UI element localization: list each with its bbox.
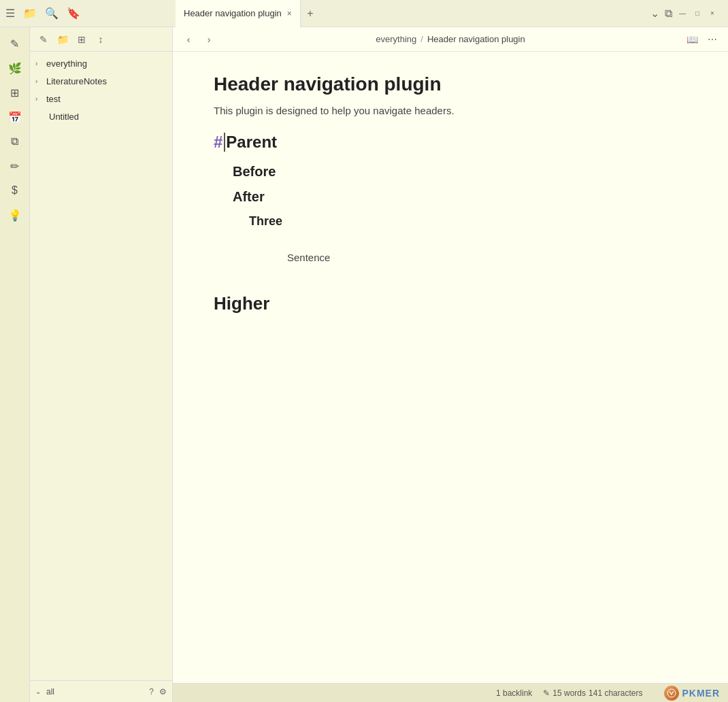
backlinks-count: 1 backlink [496,688,532,698]
activity-dollar-icon[interactable]: $ [4,180,26,201]
editor[interactable]: Header navigation plugin This plugin is … [173,52,728,683]
tab-label: Header navigation plugin [184,8,282,18]
tab-area: Header navigation plugin × + [176,0,650,27]
reading-view-icon[interactable]: 📖 [684,32,699,47]
activity-graph-icon[interactable]: 🌿 [4,57,26,79]
pkmer-branding: PKMER [664,686,720,701]
sort-tool-icon[interactable]: ⊞ [73,31,90,48]
search-icon[interactable]: 🔍 [45,7,59,20]
sidebar-item-label: Untitled [49,112,167,122]
content-nav: ‹ › everything / Header navigation plugi… [173,27,728,52]
minimize-button[interactable]: — [678,9,687,18]
content-area: ‹ › everything / Header navigation plugi… [173,27,728,702]
more-options-icon[interactable]: ⋯ [705,32,720,47]
word-count-status: ✎ 15 words 141 characters [543,688,642,698]
heading-before: Before [233,164,687,180]
sidebar-tree: › everything › LiteratureNotes › test Un… [30,52,172,680]
sidebar-toggle-icon[interactable]: ☰ [5,7,15,20]
breadcrumb-parent[interactable]: everything [376,34,416,44]
sidebar-item-untitled[interactable]: Untitled [30,107,172,125]
pkmer-text: PKMER [682,688,720,699]
sidebar-item-literaturenotes[interactable]: › LiteratureNotes [30,72,172,90]
help-icon[interactable]: ? [149,687,154,697]
chevron-right-icon: › [35,60,44,67]
active-tab[interactable]: Header navigation plugin × [176,0,301,27]
svg-point-0 [667,689,676,697]
title-bar: ☰ 📁 🔍 🔖 Header navigation plugin × + ⌄ ⧉… [0,0,728,27]
activity-copy-icon[interactable]: ⧉ [4,131,26,152]
chevron-right-icon: › [35,78,44,85]
sidebar-item-everything[interactable]: › everything [30,54,172,72]
heading-hash: # [214,133,222,152]
new-tab-button[interactable]: + [301,4,320,23]
heading-after: After [233,189,687,205]
chevron-right-icon: › [35,95,44,103]
sentence-text: Sentence [287,252,330,263]
sidebar-item-label: LiteratureNotes [46,76,167,86]
close-button[interactable]: × [708,9,717,18]
heading-h1-text: Parent [224,133,277,152]
char-count: 141 characters [589,688,642,698]
activity-bar: ✎ 🌿 ⊞ 📅 ⧉ ✏ $ 💡 [0,27,30,702]
breadcrumb-separator: / [420,34,423,44]
activity-new-note-icon[interactable]: ✎ [4,33,26,54]
activity-idea-icon[interactable]: 💡 [4,204,26,226]
heading-higher-text: Higher [214,293,269,314]
title-bar-right: ⌄ ⧉ — □ × [650,7,723,20]
tab-close-button[interactable]: × [287,9,292,18]
sidebar-item-label: test [46,94,167,104]
heading-three: Three [249,214,687,229]
backlinks-status[interactable]: 1 backlink [496,688,532,698]
activity-edit-icon[interactable]: ✏ [4,155,26,177]
status-bar: 1 backlink ✎ 15 words 141 characters PKM… [173,683,728,702]
footer-all-label: all [46,687,54,697]
sidebar-item-test[interactable]: › test [30,90,172,107]
file-explorer-icon[interactable]: 📁 [23,7,37,20]
collapse-tool-icon[interactable]: ↕ [93,31,109,48]
main-layout: ✎ 🌿 ⊞ 📅 ⧉ ✏ $ 💡 ✎ 📁 ⊞ ↕ › everything › L… [0,27,728,702]
activity-calendar-icon[interactable]: 📅 [4,106,26,128]
heading-higher: Higher [214,293,687,314]
new-note-tool-icon[interactable]: ✎ [35,31,52,48]
breadcrumb-current: Header navigation plugin [427,34,525,44]
title-bar-left: ☰ 📁 🔍 🔖 [5,7,176,20]
footer-chevron-icon: ⌄ [35,688,41,695]
document-subtitle: This plugin is designed to help you navi… [214,105,687,116]
document-title: Header navigation plugin [214,73,687,95]
breadcrumb: everything / Header navigation plugin [222,34,679,44]
activity-grid-icon[interactable]: ⊞ [4,82,26,103]
word-count: 15 words [552,688,586,698]
tab-list-icon[interactable]: ⌄ [650,7,659,20]
maximize-button[interactable]: □ [693,9,702,18]
sidebar-toolbar: ✎ 📁 ⊞ ↕ [30,27,172,52]
sidebar-item-label: everything [46,58,167,69]
new-folder-tool-icon[interactable]: 📁 [54,31,71,48]
back-button[interactable]: ‹ [181,32,196,47]
pkmer-logo-circle [664,686,679,701]
sidebar-footer: ⌄ all ? ⚙ [30,680,172,702]
forward-button[interactable]: › [201,32,216,47]
settings-icon[interactable]: ⚙ [159,687,167,697]
pencil-icon: ✎ [543,688,550,698]
sidebar: ✎ 📁 ⊞ ↕ › everything › LiteratureNotes ›… [30,27,173,702]
heading-parent: #Parent [214,133,687,152]
bookmark-icon[interactable]: 🔖 [67,7,80,20]
paragraph-sentence: Sentence [287,252,687,263]
split-view-icon[interactable]: ⧉ [665,7,672,20]
content-nav-right: 📖 ⋯ [684,32,720,47]
